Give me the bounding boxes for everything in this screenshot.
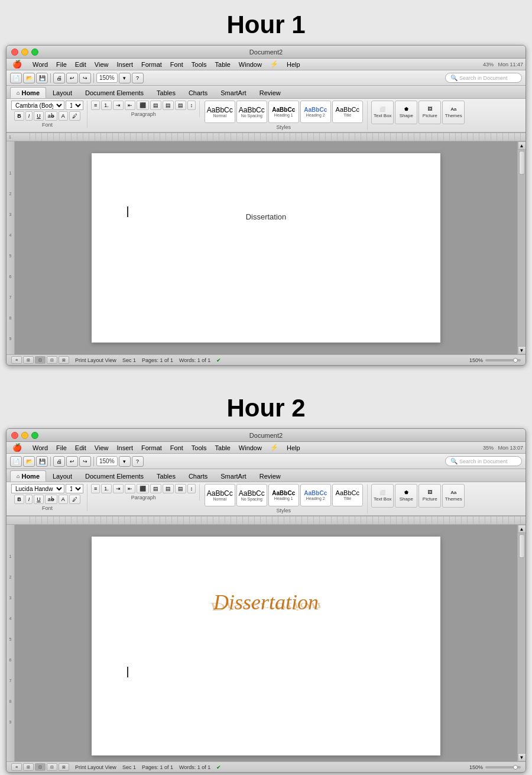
bullets-btn-1[interactable]: ≡: [91, 101, 100, 110]
lightning-icon[interactable]: ⚡: [267, 60, 282, 69]
search-box-2[interactable]: 🔍 Search in Document: [445, 456, 522, 466]
font-menu-2[interactable]: Font: [167, 444, 187, 452]
bold-btn-2[interactable]: B: [14, 495, 24, 504]
tools-menu[interactable]: Tools: [188, 60, 210, 69]
tools-menu-2[interactable]: Tools: [188, 444, 210, 452]
insert-menu-2[interactable]: Insert: [113, 444, 137, 452]
scrollbar-1[interactable]: ▲ ▼: [517, 141, 525, 354]
slider-track-2[interactable]: [485, 766, 521, 768]
font-select-2[interactable]: Lucida Handwrit...: [11, 484, 64, 493]
close-button-2[interactable]: [11, 432, 18, 439]
indent-btn-1[interactable]: ⇥: [113, 101, 124, 110]
open-btn[interactable]: 📂: [23, 73, 35, 83]
slider-thumb-2[interactable]: [513, 765, 518, 770]
edit-menu-2[interactable]: Edit: [72, 444, 90, 452]
apple-menu-2[interactable]: 🍎: [9, 443, 25, 453]
style-title-1[interactable]: AaBbCc Title: [332, 101, 363, 123]
view-btn-2c[interactable]: ⊡: [35, 763, 46, 771]
strikethrough-btn-1[interactable]: ab̶: [45, 111, 57, 121]
view-btn-2b[interactable]: ⊞: [23, 763, 34, 771]
font-menu[interactable]: Font: [167, 60, 187, 69]
file-menu-2[interactable]: File: [53, 444, 70, 452]
window-menu-2[interactable]: Window: [235, 444, 265, 452]
close-button[interactable]: [11, 49, 18, 56]
scrollbar-2[interactable]: ▲ ▼: [517, 525, 525, 761]
tab-tables-2[interactable]: Tables: [150, 470, 182, 482]
align-center-2[interactable]: ▤: [150, 484, 161, 493]
view-btn-1b[interactable]: ⊞: [23, 356, 34, 364]
redo-btn[interactable]: ↪: [79, 73, 91, 83]
window-menu[interactable]: Window: [235, 60, 265, 69]
bold-btn-1[interactable]: B: [14, 111, 24, 121]
zoom-arrow-2[interactable]: ▾: [119, 456, 131, 467]
indent-btn-2[interactable]: ⇥: [113, 484, 124, 493]
apple-menu[interactable]: 🍎: [9, 59, 25, 69]
help-menu[interactable]: Help: [283, 60, 304, 69]
shape-btn-1[interactable]: ⬟Shape: [395, 101, 417, 124]
style-normal-2[interactable]: AaBbCc Normal: [205, 484, 235, 506]
bullets-btn-2[interactable]: ≡: [91, 484, 100, 493]
style-title-2[interactable]: AaBbCc Title: [332, 484, 363, 506]
minimize-button-2[interactable]: [21, 432, 28, 439]
view-btn-2d[interactable]: ⊟: [47, 763, 57, 771]
help-btn-2[interactable]: ?: [132, 456, 144, 467]
help-btn[interactable]: ?: [132, 73, 144, 83]
help-menu-2[interactable]: Help: [283, 444, 304, 452]
numbering-btn-1[interactable]: 1.: [101, 101, 112, 110]
tab-layout-2[interactable]: Layout: [46, 470, 79, 482]
page-area-1[interactable]: Dissertation: [15, 141, 517, 354]
style-h1-2[interactable]: AaBbCc Heading 1: [268, 484, 299, 506]
justify-1[interactable]: ▤: [175, 101, 186, 110]
insert-menu[interactable]: Insert: [113, 60, 137, 69]
slider-thumb-1[interactable]: [513, 358, 518, 363]
word-menu[interactable]: Word: [29, 60, 51, 69]
tab-tables-1[interactable]: Tables: [150, 87, 182, 98]
highlight-btn-1[interactable]: 🖊: [69, 111, 80, 121]
view-menu-2[interactable]: View: [91, 444, 112, 452]
tab-review-2[interactable]: Review: [253, 470, 287, 482]
align-left-1[interactable]: ⬛: [137, 101, 149, 110]
traffic-lights-2[interactable]: [11, 432, 38, 439]
picture-btn-2[interactable]: 🖼Picture: [419, 484, 441, 508]
italic-btn-2[interactable]: I: [25, 495, 33, 504]
font-select-1[interactable]: Cambria (Body): [11, 101, 64, 110]
scroll-thumb-2[interactable]: [519, 534, 525, 558]
save-btn-2[interactable]: 💾: [36, 456, 48, 467]
justify-2[interactable]: ▤: [175, 484, 186, 493]
align-right-1[interactable]: ▤: [163, 101, 174, 110]
fontcolor-btn-2[interactable]: A: [59, 495, 68, 504]
scroll-track-2[interactable]: [518, 533, 525, 753]
tab-doc-elements-2[interactable]: Document Elements: [79, 470, 150, 482]
align-center-1[interactable]: ▤: [150, 101, 161, 110]
tab-review-1[interactable]: Review: [253, 87, 287, 98]
search-box-1[interactable]: 🔍 Search in Document: [445, 73, 522, 83]
scroll-thumb-1[interactable]: [519, 151, 525, 175]
tab-charts-2[interactable]: Charts: [182, 470, 214, 482]
view-menu[interactable]: View: [91, 60, 112, 69]
scroll-track-1[interactable]: [518, 150, 525, 346]
zoom-level-1[interactable]: 150%: [96, 73, 118, 83]
style-nospace-1[interactable]: AaBbCc No Spacing: [236, 101, 267, 123]
themes-btn-2[interactable]: AaThemes: [442, 484, 465, 508]
view-btn-2e[interactable]: ⊠: [59, 763, 69, 771]
table-menu-2[interactable]: Table: [212, 444, 234, 452]
zoom-slider-1[interactable]: 150%: [469, 357, 521, 363]
traffic-lights-1[interactable]: [11, 49, 38, 56]
view-btn-1c[interactable]: ⊡: [35, 356, 46, 364]
underline-btn-1[interactable]: U: [34, 111, 44, 121]
style-h2-2[interactable]: AaBbCc Heading 2: [300, 484, 331, 506]
scroll-down-1[interactable]: ▼: [518, 346, 526, 354]
file-menu[interactable]: File: [53, 60, 70, 69]
undo-btn[interactable]: ↩: [66, 73, 78, 83]
slider-track-1[interactable]: [485, 359, 521, 361]
italic-btn-1[interactable]: I: [25, 111, 33, 121]
tab-smartart-1[interactable]: SmartArt: [214, 87, 252, 98]
textbox-btn-1[interactable]: ⬜Text Box: [371, 101, 394, 124]
view-btn-1d[interactable]: ⊟: [47, 356, 57, 364]
tab-doc-elements-1[interactable]: Document Elements: [79, 87, 150, 98]
table-menu[interactable]: Table: [212, 60, 234, 69]
picture-btn-1[interactable]: 🖼Picture: [419, 101, 441, 124]
view-btn-2a[interactable]: ≡: [11, 763, 22, 771]
page-area-2[interactable]: Dissertation Dissertation: [15, 525, 517, 761]
view-btn-1e[interactable]: ⊠: [59, 356, 69, 364]
